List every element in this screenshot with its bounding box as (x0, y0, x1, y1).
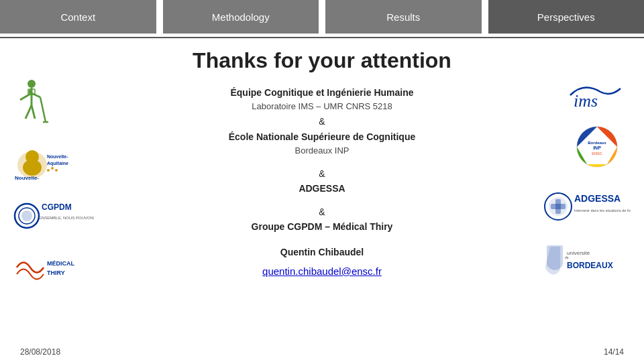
svg-text:de: de (565, 255, 569, 259)
logo-nouvelle-aquitaine: Nouvelle- Aquitaine Nouvelle- Aquitaine (13, 145, 87, 184)
footer: 28/08/2018 14/14 (0, 347, 644, 357)
svg-line-6 (40, 97, 46, 122)
svg-point-19 (55, 169, 58, 172)
left-logos-column: Nouvelle- Aquitaine Nouvelle- Aquitaine (13, 78, 101, 287)
school-label: École Nationale Supérieure de Cognitique (229, 129, 416, 144)
main-content: Thanks for your attention Équipe Cogniti… (0, 38, 644, 362)
svg-text:BORDEAUX: BORDEAUX (567, 261, 613, 270)
cgpdm-label: Groupe CGPDM – Médical Thiry (229, 219, 416, 234)
nav-item-perspectives[interactable]: Perspectives (488, 0, 645, 34)
ampersand-1: & (229, 114, 416, 129)
svg-text:Bordeaux: Bordeaux (588, 141, 606, 145)
footer-page: 14/14 (604, 347, 624, 357)
svg-text:INP: INP (593, 145, 601, 150)
logo-medical-thiry: MÉDICAL THIRY (13, 251, 101, 287)
svg-line-3 (32, 93, 40, 97)
email-link[interactable]: quentin.chibaudel@ensc.fr (262, 265, 382, 277)
svg-text:THIRY: THIRY (47, 269, 65, 276)
logo-cgpdm: CGPDM ENSEMBLE, NOUS POUVONS (13, 198, 94, 237)
svg-text:université: université (567, 250, 590, 256)
page-title: Thanks for your attention (193, 48, 451, 73)
svg-text:Nouvelle-: Nouvelle- (47, 154, 68, 159)
logo-person (13, 78, 50, 131)
svg-text:ENSC: ENSC (592, 152, 602, 156)
logo-adgessa: ADGESSA Intervenir dans les situations d… (543, 188, 631, 228)
svg-point-17 (47, 169, 50, 172)
svg-point-18 (51, 167, 54, 170)
svg-text:MÉDICAL: MÉDICAL (47, 260, 74, 267)
svg-point-0 (28, 80, 36, 88)
footer-date: 28/08/2018 (20, 347, 60, 357)
svg-rect-9 (29, 90, 32, 94)
svg-point-14 (23, 160, 42, 176)
author-name: Quentin Chibaudel (229, 245, 416, 259)
nav-item-methodology[interactable]: Methodology (163, 0, 319, 34)
logo-ims: ims (564, 78, 631, 111)
svg-rect-39 (547, 245, 563, 265)
bordeaux-inp-label: Bordeaux INP (229, 144, 416, 158)
svg-text:Nouvelle-: Nouvelle- (15, 175, 39, 181)
right-logos-column: ims Bordeaux INP ENSC (543, 78, 631, 290)
svg-line-4 (25, 105, 32, 119)
svg-text:CGPDM: CGPDM (42, 202, 72, 212)
ampersand-3: & (229, 204, 416, 219)
navigation-bar: Context Methodology Results Perspectives (0, 0, 644, 34)
center-info-block: Équipe Cognitique et Ingénierie Humaine … (229, 85, 416, 280)
adgessa-label: ADGESSA (229, 181, 416, 196)
svg-text:Aquitaine: Aquitaine (47, 161, 68, 166)
nav-item-context[interactable]: Context (0, 0, 156, 34)
svg-text:ims: ims (574, 91, 598, 109)
logo-bordeaux-inp: Bordeaux INP ENSC (564, 123, 631, 176)
lab-label: Laboratoire IMS – UMR CNRS 5218 (229, 100, 416, 114)
svg-text:ENSEMBLE, NOUS POUVONS: ENSEMBLE, NOUS POUVONS (39, 216, 94, 220)
ampersand-2: & (229, 166, 416, 181)
svg-point-22 (21, 210, 32, 221)
svg-text:Intervenir dans les situations: Intervenir dans les situations de fragil… (574, 208, 631, 213)
logo-universite-bordeaux: université de BORDEAUX (543, 240, 631, 290)
svg-text:ADGESSA: ADGESSA (574, 193, 621, 204)
nav-item-results[interactable]: Results (325, 0, 482, 34)
svg-line-5 (32, 105, 35, 119)
svg-rect-36 (551, 204, 566, 209)
team-label: Équipe Cognitique et Ingénierie Humaine (229, 85, 416, 100)
